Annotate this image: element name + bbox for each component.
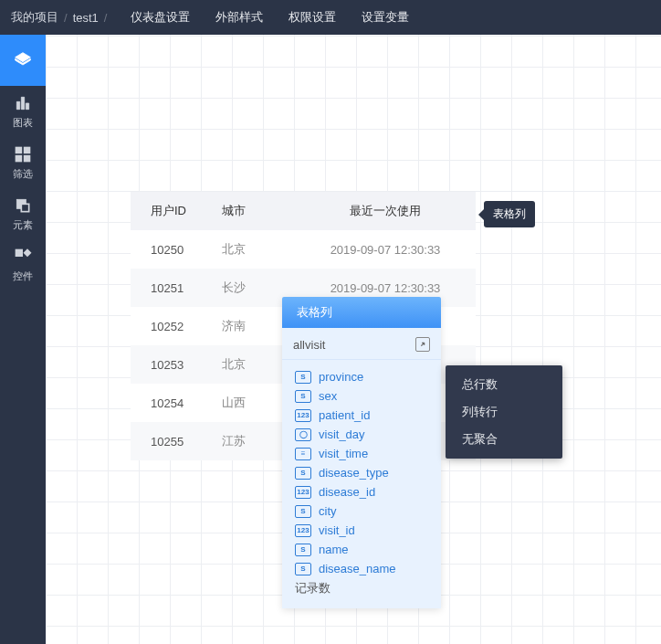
datasource-name: allvisit (293, 338, 325, 352)
cell-time: 2019-09-07 12:30:33 (295, 281, 476, 295)
field-item[interactable]: 123disease_id (282, 482, 441, 501)
field-item[interactable]: Sdisease_name (282, 559, 441, 578)
sidebar-label: 控件 (13, 269, 33, 283)
tooltip-text: 表格列 (493, 207, 526, 220)
field-name: patient_id (319, 408, 370, 422)
table-row: 10250 北京 2019-09-07 12:30:33 (131, 230, 476, 269)
expand-icon[interactable] (415, 337, 430, 352)
nav-variable[interactable]: 设置变量 (362, 9, 409, 26)
field-name: province (319, 370, 363, 384)
nav-dashboard-settings[interactable]: 仪表盘设置 (131, 9, 190, 26)
cell-city: 长沙 (213, 280, 295, 296)
nav-permission[interactable]: 权限设置 (289, 9, 336, 26)
field-item[interactable]: ≡visit_time (282, 444, 441, 463)
type-time-icon: ≡ (295, 448, 311, 460)
field-name: visit_day (319, 428, 365, 441)
nav-external-style[interactable]: 外部样式 (215, 9, 263, 26)
field-name: 记录数 (295, 580, 330, 596)
field-name: visit_id (319, 523, 355, 537)
aggregate-context-menu: 总行数 列转行 无聚合 (446, 365, 562, 459)
field-name: name (319, 543, 349, 556)
svg-rect-5 (21, 204, 28, 211)
type-number-icon: 123 (295, 409, 311, 422)
cell-id: 10254 (131, 396, 213, 410)
type-string-icon: S (295, 467, 311, 480)
field-name: disease_id (319, 485, 375, 499)
breadcrumb-sep: / (104, 11, 108, 25)
field-item[interactable]: Sdisease_type (282, 463, 441, 482)
type-string-icon: S (295, 371, 311, 384)
svg-rect-6 (16, 249, 23, 256)
cell-id: 10251 (131, 281, 213, 295)
field-name: sex (319, 389, 337, 403)
sidebar-item-filter[interactable]: 筛选 (0, 137, 46, 188)
sidebar-item-widget[interactable]: 控件 (0, 239, 46, 290)
element-icon (14, 196, 32, 215)
field-picker-dropdown: 表格列 allvisit Sprovince Ssex 123patient_i… (282, 297, 441, 608)
menu-item-col-to-row[interactable]: 列转行 (446, 398, 562, 426)
widget-icon (14, 248, 32, 266)
cell-id: 10255 (131, 435, 213, 449)
field-item[interactable]: 123patient_id (282, 406, 441, 425)
field-name: city (319, 504, 337, 518)
topnav: 仪表盘设置 外部样式 权限设置 设置变量 (131, 9, 409, 26)
svg-rect-0 (16, 147, 22, 153)
field-item[interactable]: Scity (282, 501, 441, 521)
chart-icon (14, 94, 32, 112)
sidebar-label: 图表 (13, 116, 33, 130)
sidebar: 图表 筛选 元素 控件 (0, 35, 46, 644)
field-name: disease_name (319, 562, 396, 575)
svg-rect-3 (25, 155, 30, 161)
sidebar-label: 元素 (13, 218, 33, 232)
menu-item-no-aggregate[interactable]: 无聚合 (446, 426, 562, 453)
dropdown-title: 表格列 (282, 297, 441, 328)
cell-id: 10253 (131, 358, 213, 372)
type-string-icon: S (295, 390, 311, 403)
filter-icon (14, 145, 32, 164)
cell-id: 10250 (131, 243, 213, 257)
breadcrumb-current[interactable]: test1 (73, 11, 99, 25)
col-header-city[interactable]: 城市 (213, 203, 295, 219)
type-number-icon: 123 (295, 486, 311, 499)
col-header-userid[interactable]: 用户ID (131, 203, 213, 219)
sidebar-item-element[interactable]: 元素 (0, 188, 46, 239)
layers-icon (14, 51, 32, 69)
field-item[interactable]: 123visit_id (282, 521, 441, 540)
svg-rect-2 (16, 155, 22, 161)
svg-rect-1 (25, 147, 30, 153)
canvas[interactable]: 用户ID 城市 最近一次使用 10250 北京 2019-09-07 12:30… (46, 35, 661, 644)
field-item[interactable]: Sprovince (282, 367, 441, 386)
datasource-row[interactable]: allvisit (282, 328, 441, 360)
field-item[interactable]: Sname (282, 540, 441, 559)
topbar: 我的项目 / test1 / 仪表盘设置 外部样式 权限设置 设置变量 (0, 0, 661, 35)
type-string-icon: S (295, 563, 311, 575)
type-number-icon: 123 (295, 524, 311, 537)
breadcrumb-root[interactable]: 我的项目 (11, 9, 58, 26)
type-string-icon: S (295, 505, 311, 518)
sidebar-item-layers[interactable] (0, 35, 46, 86)
field-item[interactable]: Ssex (282, 386, 441, 406)
field-item-count[interactable]: 记录数 (282, 578, 441, 597)
field-list: Sprovince Ssex 123patient_id ◯visit_day … (282, 360, 441, 608)
cell-id: 10252 (131, 320, 213, 333)
type-date-icon: ◯ (295, 428, 311, 441)
sidebar-item-chart[interactable]: 图表 (0, 86, 46, 137)
field-item[interactable]: ◯visit_day (282, 425, 441, 444)
menu-item-total-rows[interactable]: 总行数 (446, 371, 562, 398)
field-name: visit_time (319, 447, 368, 460)
type-string-icon: S (295, 544, 311, 556)
cell-city: 北京 (213, 241, 295, 258)
breadcrumb-sep: / (64, 11, 68, 25)
field-name: disease_type (319, 466, 389, 480)
tooltip-table-column: 表格列 (484, 201, 535, 227)
table-header: 用户ID 城市 最近一次使用 (131, 192, 476, 230)
cell-time: 2019-09-07 12:30:33 (295, 243, 476, 257)
sidebar-label: 筛选 (13, 167, 33, 181)
col-header-lastuse[interactable]: 最近一次使用 (295, 203, 476, 219)
